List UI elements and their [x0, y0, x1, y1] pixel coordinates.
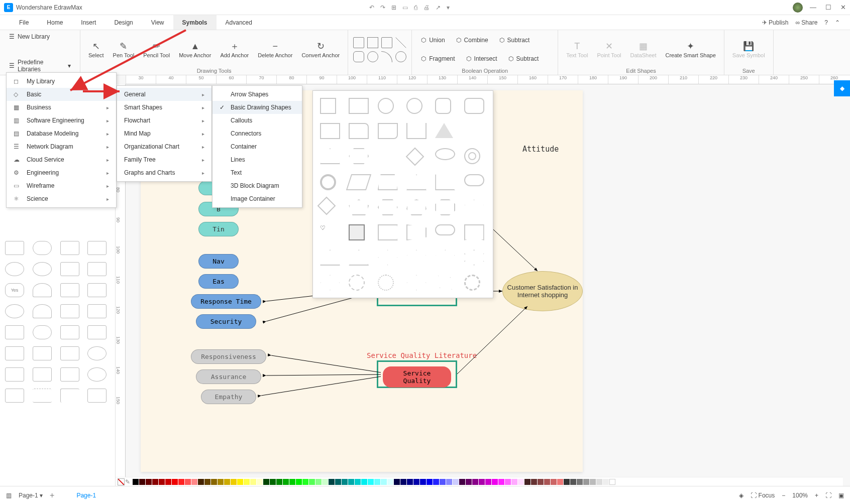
new-library-button[interactable]: ☰ New Library: [5, 32, 75, 41]
shapeset-basic-drawing[interactable]: ✓Basic Drawing Shapes: [212, 101, 302, 114]
sp-trap[interactable]: [378, 174, 398, 190]
star-icon[interactable]: [381, 37, 392, 48]
menu-insert[interactable]: Insert: [72, 15, 105, 30]
sp-flag[interactable]: [378, 224, 398, 240]
sp-4star[interactable]: [406, 275, 427, 291]
fragment-button[interactable]: ⬡ Fragment: [417, 54, 459, 63]
sp-cross[interactable]: [378, 249, 398, 266]
sp-arrow[interactable]: [320, 249, 340, 266]
sp-rect[interactable]: [349, 98, 369, 114]
library-item-cloud[interactable]: ☁Cloud Service▸: [7, 153, 116, 166]
shape-thumb[interactable]: [5, 241, 24, 255]
shapeset-lines[interactable]: Lines: [212, 153, 302, 166]
sp-burst[interactable]: [464, 199, 484, 215]
text-tool[interactable]: TText Tool: [563, 39, 591, 59]
sub-item-graphs[interactable]: Graphs and Charts▸: [117, 166, 211, 179]
menu-advanced[interactable]: Advanced: [217, 15, 261, 30]
sp-pent2[interactable]: [349, 199, 369, 215]
fit-page-icon[interactable]: ⛶: [825, 492, 831, 499]
page-tab-1[interactable]: Page-1: [71, 490, 101, 501]
roundrect-icon[interactable]: [353, 51, 364, 62]
datasheet-button[interactable]: ▦DataSheet: [627, 39, 660, 59]
sp-seal[interactable]: [464, 275, 480, 291]
subtract-button[interactable]: ⬡ Subtract: [495, 36, 534, 45]
save-icon[interactable]: ⎙: [414, 4, 417, 11]
sp-pentagon[interactable]: [378, 148, 398, 164]
shapeset-connectors[interactable]: Connectors: [212, 127, 302, 140]
select-tool[interactable]: ↖Select: [85, 39, 107, 59]
library-item-business[interactable]: ▦Business▸: [7, 101, 116, 114]
publish-button[interactable]: ✈ Publish: [762, 19, 789, 26]
sp-document[interactable]: [378, 123, 398, 139]
sp-card[interactable]: [349, 123, 369, 139]
sub-item-familytree[interactable]: Family Tree▸: [117, 153, 211, 166]
sub-item-mindmap[interactable]: Mind Map▸: [117, 127, 211, 140]
create-smart-shape[interactable]: ✦Create Smart Shape: [663, 39, 719, 59]
sp-star5[interactable]: [406, 249, 427, 266]
focus-button[interactable]: ⛶ Focus: [751, 492, 775, 499]
shapeset-imagecontainer[interactable]: Image Container: [212, 192, 302, 205]
color-swatch[interactable]: [133, 479, 139, 485]
right-panel-toggle[interactable]: ◆: [834, 80, 850, 96]
subtract2-button[interactable]: ⬡ Subtract: [504, 54, 543, 63]
sp-triangle2[interactable]: [464, 123, 482, 138]
sp-square[interactable]: [320, 98, 336, 114]
library-item-mylibrary[interactable]: ◻My Library: [7, 75, 116, 88]
sp-ring[interactable]: [320, 174, 336, 190]
sp-dia2[interactable]: [317, 197, 336, 215]
menu-design[interactable]: Design: [105, 15, 142, 30]
pencil-tool[interactable]: ✏Pencil Tool: [140, 39, 173, 59]
sp-burst2[interactable]: [320, 275, 340, 291]
convert-anchor-tool[interactable]: ↻Convert Anchor: [298, 39, 343, 59]
arc-icon[interactable]: [381, 51, 392, 62]
sp-ellipse[interactable]: [435, 148, 455, 160]
library-item-software[interactable]: ▥Software Engineering▸: [7, 114, 116, 127]
print-icon[interactable]: 🖨: [423, 4, 430, 11]
sp-pill[interactable]: [464, 174, 484, 186]
sp-trap2[interactable]: [406, 224, 427, 240]
library-item-basic[interactable]: ◇Basic▸: [7, 88, 116, 101]
sub-item-general[interactable]: General▸: [117, 88, 211, 101]
intersect-button[interactable]: ⬡ Intersect: [462, 54, 501, 63]
pentagon-icon[interactable]: [367, 37, 378, 48]
page-selector[interactable]: Page-1 ▾: [19, 492, 43, 499]
library-item-wireframe[interactable]: ▭Wireframe▸: [7, 179, 116, 192]
sp-selected-square[interactable]: [349, 224, 365, 240]
pen-tool[interactable]: ✎Pen Tool: [110, 39, 138, 59]
sp-diamond[interactable]: [406, 148, 424, 166]
sp-tri5[interactable]: [435, 174, 455, 190]
sp-sun[interactable]: [349, 275, 365, 291]
sp-tri4[interactable]: [406, 174, 427, 190]
library-item-network[interactable]: ☰Network Diagram▸: [7, 140, 116, 153]
sp-star6[interactable]: [464, 249, 484, 266]
sub-item-orgchart[interactable]: Organizational Chart▸: [117, 140, 211, 153]
close-button[interactable]: ✕: [840, 4, 846, 11]
sp-stadium[interactable]: [435, 224, 455, 235]
shapeset-3dblock[interactable]: 3D Block Diagram: [212, 179, 302, 192]
menu-file[interactable]: File: [10, 15, 38, 30]
menu-home[interactable]: Home: [38, 15, 72, 30]
collapse-ribbon-icon[interactable]: ⌃: [835, 19, 840, 26]
undo-icon[interactable]: ↶: [369, 4, 374, 11]
quick-shapes[interactable]: [353, 37, 406, 62]
sp-display[interactable]: [406, 123, 427, 139]
add-anchor-tool[interactable]: ＋Add Anchor: [217, 39, 252, 59]
sp-donut[interactable]: [464, 148, 480, 164]
no-fill-icon[interactable]: [118, 478, 125, 485]
menu-symbols[interactable]: Symbols: [173, 15, 217, 30]
shapeset-text[interactable]: Text: [212, 166, 302, 179]
eyedropper-icon[interactable]: ✎: [125, 478, 132, 485]
library-item-engineering[interactable]: ⚙Engineering▸: [7, 166, 116, 179]
rect-icon[interactable]: [353, 37, 364, 48]
sp-tri6[interactable]: [349, 249, 369, 266]
predefine-libraries-dropdown[interactable]: ☰ Predefine Libraries ▾: [5, 58, 75, 74]
save-symbol-button[interactable]: 💾Save Symbol: [729, 39, 768, 59]
circle-icon[interactable]: [367, 51, 378, 62]
shapeset-container[interactable]: Container: [212, 140, 302, 153]
export-icon[interactable]: ↗: [436, 4, 441, 11]
open-icon[interactable]: ▭: [402, 4, 408, 11]
zoom-in-button[interactable]: +: [815, 492, 818, 499]
sp-parallel[interactable]: [346, 174, 371, 190]
zoom-level[interactable]: 100%: [792, 492, 808, 499]
fullscreen-icon[interactable]: ▣: [838, 492, 844, 499]
